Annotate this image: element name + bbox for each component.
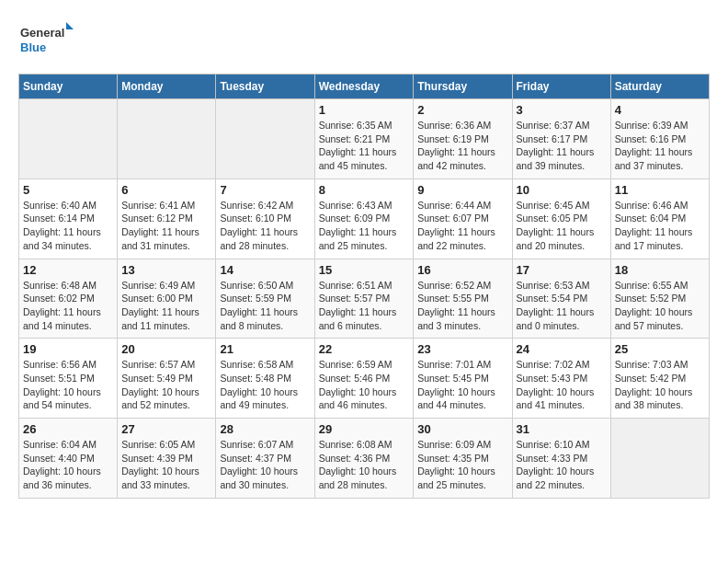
day-number: 27 (121, 422, 211, 436)
calendar-cell: 15Sunrise: 6:51 AM Sunset: 5:57 PM Dayli… (314, 259, 414, 339)
calendar-cell: 28Sunrise: 6:07 AM Sunset: 4:37 PM Dayli… (216, 419, 314, 499)
day-info: Sunrise: 7:02 AM Sunset: 5:43 PM Dayligh… (517, 358, 607, 412)
logo: General Blue (18, 18, 74, 59)
day-info: Sunrise: 6:58 AM Sunset: 5:48 PM Dayligh… (220, 358, 310, 412)
day-number: 1 (319, 103, 410, 117)
day-info: Sunrise: 6:39 AM Sunset: 6:16 PM Dayligh… (615, 119, 705, 173)
day-info: Sunrise: 6:08 AM Sunset: 4:36 PM Dayligh… (319, 438, 410, 492)
day-number: 8 (319, 183, 410, 197)
day-number: 20 (121, 342, 211, 356)
day-info: Sunrise: 6:59 AM Sunset: 5:46 PM Dayligh… (319, 358, 410, 412)
calendar-cell: 21Sunrise: 6:58 AM Sunset: 5:48 PM Dayli… (216, 339, 314, 419)
day-number: 19 (23, 342, 113, 356)
day-info: Sunrise: 6:05 AM Sunset: 4:39 PM Dayligh… (121, 438, 211, 492)
weekday-wednesday: Wednesday (314, 75, 414, 99)
day-number: 18 (615, 263, 705, 277)
day-info: Sunrise: 6:10 AM Sunset: 4:33 PM Dayligh… (517, 438, 607, 492)
page-header: General Blue (18, 18, 710, 59)
day-info: Sunrise: 6:52 AM Sunset: 5:55 PM Dayligh… (417, 279, 507, 333)
calendar-cell: 7Sunrise: 6:42 AM Sunset: 6:10 PM Daylig… (216, 178, 314, 259)
calendar-cell: 20Sunrise: 6:57 AM Sunset: 5:49 PM Dayli… (118, 339, 216, 419)
day-number: 23 (417, 342, 507, 356)
day-number: 13 (121, 263, 211, 277)
day-info: Sunrise: 7:01 AM Sunset: 5:45 PM Dayligh… (417, 358, 507, 412)
day-info: Sunrise: 6:48 AM Sunset: 6:02 PM Dayligh… (23, 279, 113, 333)
calendar-cell: 31Sunrise: 6:10 AM Sunset: 4:33 PM Dayli… (512, 419, 610, 499)
day-number: 30 (417, 422, 507, 436)
day-info: Sunrise: 6:53 AM Sunset: 5:54 PM Dayligh… (517, 279, 607, 333)
calendar-cell: 17Sunrise: 6:53 AM Sunset: 5:54 PM Dayli… (512, 259, 610, 339)
calendar-cell: 26Sunrise: 6:04 AM Sunset: 4:40 PM Dayli… (19, 419, 118, 499)
week-row-5: 26Sunrise: 6:04 AM Sunset: 4:40 PM Dayli… (19, 419, 710, 499)
calendar-cell: 9Sunrise: 6:44 AM Sunset: 6:07 PM Daylig… (414, 178, 512, 259)
day-info: Sunrise: 6:43 AM Sunset: 6:09 PM Dayligh… (319, 199, 410, 253)
weekday-friday: Friday (512, 75, 610, 99)
day-number: 3 (517, 103, 607, 117)
weekday-sunday: Sunday (19, 75, 118, 99)
calendar-cell: 19Sunrise: 6:56 AM Sunset: 5:51 PM Dayli… (19, 339, 118, 419)
day-info: Sunrise: 6:04 AM Sunset: 4:40 PM Dayligh… (23, 438, 113, 492)
day-number: 2 (417, 103, 507, 117)
day-info: Sunrise: 6:37 AM Sunset: 6:17 PM Dayligh… (517, 119, 607, 173)
day-number: 9 (417, 183, 507, 197)
day-info: Sunrise: 6:49 AM Sunset: 6:00 PM Dayligh… (121, 279, 211, 333)
day-info: Sunrise: 6:55 AM Sunset: 5:52 PM Dayligh… (615, 279, 705, 333)
calendar-cell: 13Sunrise: 6:49 AM Sunset: 6:00 PM Dayli… (118, 259, 216, 339)
calendar-cell: 16Sunrise: 6:52 AM Sunset: 5:55 PM Dayli… (414, 259, 512, 339)
day-number: 7 (220, 183, 310, 197)
calendar-cell (118, 99, 216, 179)
weekday-monday: Monday (118, 75, 216, 99)
calendar-cell: 14Sunrise: 6:50 AM Sunset: 5:59 PM Dayli… (216, 259, 314, 339)
day-number: 31 (517, 422, 607, 436)
calendar-cell (216, 99, 314, 179)
calendar-cell: 24Sunrise: 7:02 AM Sunset: 5:43 PM Dayli… (512, 339, 610, 419)
day-number: 11 (615, 183, 705, 197)
day-number: 24 (517, 342, 607, 356)
calendar-table: SundayMondayTuesdayWednesdayThursdayFrid… (18, 74, 710, 499)
calendar-cell: 4Sunrise: 6:39 AM Sunset: 6:16 PM Daylig… (610, 99, 709, 179)
calendar-cell: 10Sunrise: 6:45 AM Sunset: 6:05 PM Dayli… (512, 178, 610, 259)
calendar-cell: 2Sunrise: 6:36 AM Sunset: 6:19 PM Daylig… (414, 99, 512, 179)
day-number: 6 (121, 183, 211, 197)
day-info: Sunrise: 6:36 AM Sunset: 6:19 PM Dayligh… (417, 119, 507, 173)
weekday-header-row: SundayMondayTuesdayWednesdayThursdayFrid… (19, 75, 710, 99)
calendar-cell: 23Sunrise: 7:01 AM Sunset: 5:45 PM Dayli… (414, 339, 512, 419)
weekday-saturday: Saturday (610, 75, 709, 99)
day-info: Sunrise: 6:46 AM Sunset: 6:04 PM Dayligh… (615, 199, 705, 253)
day-info: Sunrise: 7:03 AM Sunset: 5:42 PM Dayligh… (615, 358, 705, 412)
day-number: 21 (220, 342, 310, 356)
day-number: 25 (615, 342, 705, 356)
weekday-thursday: Thursday (414, 75, 512, 99)
day-number: 14 (220, 263, 310, 277)
week-row-2: 5Sunrise: 6:40 AM Sunset: 6:14 PM Daylig… (19, 178, 710, 259)
day-number: 5 (23, 183, 113, 197)
day-info: Sunrise: 6:07 AM Sunset: 4:37 PM Dayligh… (220, 438, 310, 492)
day-number: 17 (517, 263, 607, 277)
calendar-cell (19, 99, 118, 179)
day-number: 22 (319, 342, 410, 356)
day-number: 10 (517, 183, 607, 197)
day-info: Sunrise: 6:42 AM Sunset: 6:10 PM Dayligh… (220, 199, 310, 253)
svg-text:Blue: Blue (20, 40, 46, 54)
calendar-cell: 25Sunrise: 7:03 AM Sunset: 5:42 PM Dayli… (610, 339, 709, 419)
weekday-tuesday: Tuesday (216, 75, 314, 99)
week-row-1: 1Sunrise: 6:35 AM Sunset: 6:21 PM Daylig… (19, 99, 710, 179)
day-number: 15 (319, 263, 410, 277)
day-info: Sunrise: 6:45 AM Sunset: 6:05 PM Dayligh… (517, 199, 607, 253)
calendar-cell: 18Sunrise: 6:55 AM Sunset: 5:52 PM Dayli… (610, 259, 709, 339)
calendar-cell: 8Sunrise: 6:43 AM Sunset: 6:09 PM Daylig… (314, 178, 414, 259)
calendar-cell: 5Sunrise: 6:40 AM Sunset: 6:14 PM Daylig… (19, 178, 118, 259)
day-number: 28 (220, 422, 310, 436)
day-info: Sunrise: 6:40 AM Sunset: 6:14 PM Dayligh… (23, 199, 113, 253)
calendar-cell: 11Sunrise: 6:46 AM Sunset: 6:04 PM Dayli… (610, 178, 709, 259)
day-number: 16 (417, 263, 507, 277)
day-info: Sunrise: 6:56 AM Sunset: 5:51 PM Dayligh… (23, 358, 113, 412)
calendar-cell: 27Sunrise: 6:05 AM Sunset: 4:39 PM Dayli… (118, 419, 216, 499)
day-info: Sunrise: 6:57 AM Sunset: 5:49 PM Dayligh… (121, 358, 211, 412)
day-info: Sunrise: 6:09 AM Sunset: 4:35 PM Dayligh… (417, 438, 507, 492)
calendar-cell: 3Sunrise: 6:37 AM Sunset: 6:17 PM Daylig… (512, 99, 610, 179)
calendar-cell: 1Sunrise: 6:35 AM Sunset: 6:21 PM Daylig… (314, 99, 414, 179)
week-row-4: 19Sunrise: 6:56 AM Sunset: 5:51 PM Dayli… (19, 339, 710, 419)
svg-text:General: General (20, 26, 64, 40)
day-info: Sunrise: 6:35 AM Sunset: 6:21 PM Dayligh… (319, 119, 410, 173)
